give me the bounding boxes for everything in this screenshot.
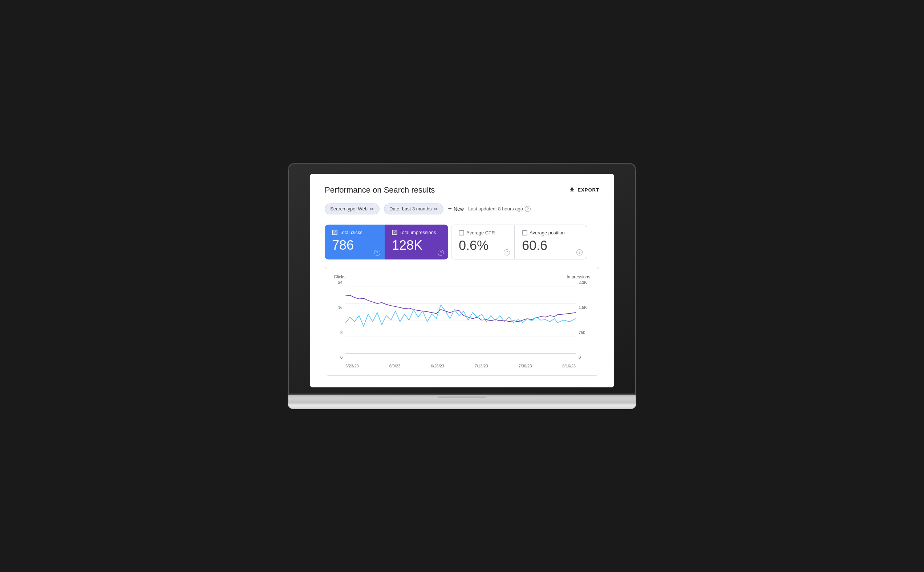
avg-position-checkbox[interactable] — [522, 230, 527, 235]
avg-ctr-help[interactable]: ? — [504, 249, 510, 255]
y-axis-left: 24 16 8 0 — [334, 280, 343, 360]
metrics-row: Total clicks 786 ? Total impressions 128… — [325, 225, 599, 260]
search-type-label: Search type: Web — [330, 206, 367, 211]
y-right-2300: 2.3K — [578, 280, 587, 284]
x-label-2: 6/9/23 — [389, 364, 401, 368]
total-clicks-help[interactable]: ? — [374, 250, 380, 256]
new-label: New — [454, 206, 464, 212]
chart-container: Clicks Impressions 24 16 8 0 — [325, 267, 599, 376]
y-left-24: 24 — [338, 280, 343, 284]
avg-ctr-checkbox[interactable] — [459, 230, 464, 235]
page-header: Performance on Search results EXPORT — [325, 185, 599, 195]
avg-position-card[interactable]: Average position 60.6 ? — [515, 225, 587, 260]
laptop-base-top — [288, 395, 636, 403]
chart-y-left-label: Clicks — [334, 274, 346, 280]
last-updated: Last updated: 8 hours ago ? — [468, 206, 531, 212]
chart-svg-area: 5/23/23 6/9/23 6/26/23 7/13/23 7/30/23 8… — [346, 280, 576, 368]
total-impressions-label-row: Total impressions — [392, 230, 441, 235]
avg-position-label: Average position — [530, 230, 565, 235]
new-button[interactable]: + New — [448, 205, 464, 213]
export-label: EXPORT — [578, 187, 599, 193]
y-left-0: 0 — [340, 355, 343, 359]
x-axis-labels: 5/23/23 6/9/23 6/26/23 7/13/23 7/30/23 8… — [346, 364, 576, 368]
date-filter[interactable]: Date: Last 3 months ✏ — [384, 204, 443, 214]
x-label-1: 5/23/23 — [346, 364, 359, 368]
y-right-1500: 1.5K — [578, 305, 587, 309]
last-updated-text: Last updated: 8 hours ago — [468, 206, 523, 211]
hinge — [437, 395, 487, 398]
total-impressions-label: Total impressions — [400, 230, 436, 235]
edit-date-icon: ✏ — [434, 206, 438, 212]
plus-icon: + — [448, 205, 452, 213]
page-title: Performance on Search results — [325, 185, 435, 195]
avg-position-value: 60.6 — [522, 238, 580, 253]
total-clicks-value: 786 — [332, 238, 377, 253]
laptop-frame: Performance on Search results EXPORT Sea… — [288, 163, 636, 410]
avg-ctr-label: Average CTR — [467, 230, 495, 235]
filters-row: Search type: Web ✏ Date: Last 3 months ✏… — [325, 204, 599, 214]
edit-icon: ✏ — [370, 206, 374, 212]
total-clicks-card[interactable]: Total clicks 786 ? — [325, 225, 384, 260]
export-button[interactable]: EXPORT — [569, 187, 599, 193]
total-impressions-checkbox[interactable] — [392, 230, 397, 235]
y-axis-right: 2.3K 1.5K 750 0 — [578, 280, 590, 360]
impressions-line — [346, 295, 576, 322]
info-icon[interactable]: ? — [525, 206, 531, 212]
total-clicks-label: Total clicks — [340, 230, 363, 235]
x-label-5: 7/30/23 — [519, 364, 532, 368]
y-left-8: 8 — [340, 330, 343, 335]
screen: Performance on Search results EXPORT Sea… — [310, 174, 614, 388]
chart-y-right-label: Impressions — [567, 274, 590, 280]
total-clicks-label-row: Total clicks — [332, 230, 377, 235]
x-label-3: 6/26/23 — [431, 364, 444, 368]
total-clicks-checkbox[interactable] — [332, 230, 337, 235]
total-impressions-help[interactable]: ? — [438, 250, 444, 256]
laptop-bottom — [288, 403, 636, 409]
avg-ctr-label-row: Average CTR — [459, 230, 507, 235]
y-right-0: 0 — [578, 355, 581, 359]
total-impressions-value: 128K — [392, 238, 441, 253]
date-label: Date: Last 3 months — [389, 206, 431, 211]
avg-position-label-row: Average position — [522, 230, 580, 235]
screen-bezel: Performance on Search results EXPORT Sea… — [288, 163, 636, 395]
x-label-6: 8/16/23 — [562, 364, 576, 368]
y-left-16: 16 — [338, 305, 343, 309]
y-right-750: 750 — [578, 330, 585, 335]
avg-ctr-card[interactable]: Average CTR 0.6% ? — [451, 225, 515, 260]
clicks-line — [346, 305, 576, 326]
search-type-filter[interactable]: Search type: Web ✏ — [325, 204, 380, 214]
x-label-4: 7/13/23 — [475, 364, 488, 368]
chart-body: 24 16 8 0 — [334, 280, 590, 368]
total-impressions-card[interactable]: Total impressions 128K ? — [384, 225, 448, 260]
avg-position-help[interactable]: ? — [577, 249, 583, 255]
avg-ctr-value: 0.6% — [459, 238, 507, 253]
screen-content: Performance on Search results EXPORT Sea… — [310, 174, 614, 388]
chart-svg — [346, 280, 576, 360]
export-icon — [569, 187, 575, 193]
